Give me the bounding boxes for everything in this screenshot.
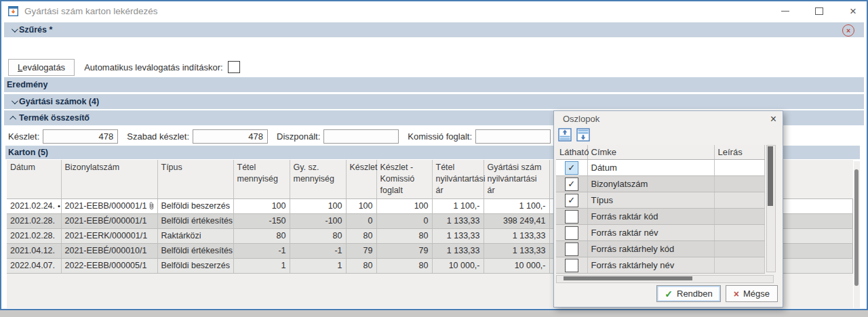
close-button[interactable]: × [846, 4, 860, 19]
scrollbar-thumb[interactable] [854, 169, 859, 286]
description-cell[interactable] [714, 160, 764, 176]
item-qty-cell[interactable]: 80 [233, 228, 290, 243]
ellipsis-icon[interactable]: ••• [58, 202, 61, 210]
column-header[interactable]: Készlet [346, 160, 376, 198]
visible-cell[interactable] [556, 241, 587, 257]
description-cell[interactable] [714, 257, 764, 274]
commission-input[interactable] [475, 129, 551, 144]
date-cell[interactable]: 2021.04.12. [7, 243, 61, 258]
checkbox-unchecked-icon[interactable] [565, 259, 578, 272]
checkbox-checked-icon[interactable]: ✓ [565, 177, 578, 191]
visible-column-header[interactable]: Látható [556, 145, 587, 160]
visible-cell[interactable] [556, 209, 587, 225]
serial-book-price-cell[interactable]: 1 133,33 [484, 243, 549, 258]
column-header[interactable]: Típus [157, 160, 233, 198]
document-number-cell[interactable]: 2021-EERK/000001/1 [61, 228, 157, 243]
columns-list-row[interactable]: ✓Típus [556, 192, 764, 209]
type-cell[interactable]: Belföldi beszerzés [157, 198, 233, 213]
type-cell[interactable]: Belföldi értékesítés [157, 243, 233, 258]
serial-qty-cell[interactable]: -1 [290, 243, 346, 258]
type-cell[interactable]: Belföldi beszerzés [157, 258, 233, 273]
date-cell[interactable]: 2021.02.24.••• [7, 198, 61, 213]
table-vertical-scrollbar[interactable] [854, 161, 860, 308]
item-qty-cell[interactable]: -1 [233, 243, 290, 258]
stock-cell[interactable]: 79 [346, 243, 376, 258]
visible-cell[interactable]: ✓ [556, 192, 587, 209]
serial-book-price-cell[interactable]: 398 249,41 [484, 213, 549, 228]
caption-cell[interactable]: Forrás raktár név [587, 225, 714, 241]
column-header[interactable]: Bizonylatszám [61, 160, 157, 198]
item-book-price-cell[interactable]: 1 133,33 [432, 213, 484, 228]
column-header[interactable]: Gy. sz. mennyiség [290, 160, 346, 198]
scrollbar-thumb[interactable] [768, 146, 773, 206]
column-header[interactable]: Gyártási szám nyilvántartási ár [484, 160, 549, 198]
stock-minus-commission-cell[interactable]: 0 [376, 213, 432, 228]
visible-cell[interactable] [556, 257, 587, 274]
columns-list-vertical-scrollbar[interactable] [766, 145, 776, 272]
item-book-price-cell[interactable]: 1 100,- [432, 198, 484, 213]
disposed-input[interactable] [323, 129, 399, 144]
cancel-button[interactable]: × Mégse [726, 285, 778, 302]
stock-minus-commission-cell[interactable]: 80 [376, 228, 432, 243]
column-header[interactable]: Tétel mennyiség [233, 160, 290, 198]
stock-cell[interactable]: 80 [346, 258, 376, 273]
visible-cell[interactable] [556, 225, 587, 241]
move-column-up-icon[interactable] [557, 127, 572, 142]
auto-select-checkbox[interactable] [228, 61, 240, 73]
serial-qty-cell[interactable]: -100 [290, 213, 346, 228]
serial-book-price-cell[interactable]: 1 133,33 [484, 228, 549, 243]
stock-minus-commission-cell[interactable]: 100 [376, 198, 432, 213]
move-column-down-icon[interactable] [576, 127, 591, 142]
stock-minus-commission-cell[interactable]: 80 [376, 258, 432, 273]
description-cell[interactable] [714, 241, 764, 257]
checkbox-checked-icon[interactable]: ✓ [565, 194, 578, 207]
visible-cell[interactable]: ✓ [556, 160, 587, 176]
caption-cell[interactable]: Forrás raktárhely kód [587, 241, 714, 257]
item-book-price-cell[interactable]: 1 133,33 [432, 228, 484, 243]
description-column-header[interactable]: Leírás [714, 145, 764, 160]
maximize-button[interactable] [812, 4, 826, 19]
checkbox-unchecked-icon[interactable] [565, 226, 578, 240]
serial-qty-cell[interactable]: 100 [290, 198, 346, 213]
columns-list-row[interactable]: Forrás raktárhely név [556, 257, 764, 274]
stock-minus-commission-cell[interactable]: 79 [376, 243, 432, 258]
item-book-price-cell[interactable]: 10 000,- [432, 258, 484, 273]
item-qty-cell[interactable]: 100 [233, 198, 290, 213]
serial-qty-cell[interactable]: 80 [290, 228, 346, 243]
filter-section-header[interactable]: Szűrés * × [4, 22, 864, 37]
serials-section-header[interactable]: Gyártási számok (4) [4, 94, 864, 109]
free-stock-input[interactable] [193, 129, 268, 144]
stock-input[interactable] [43, 129, 118, 144]
ok-button[interactable]: ✓ Rendben [656, 285, 721, 302]
document-number-cell[interactable]: 2022-EEBB/000005/1 [61, 258, 157, 273]
column-header[interactable]: Készlet - Komissió foglalt [376, 160, 432, 198]
type-cell[interactable]: Belföldi értékesítés [157, 213, 233, 228]
item-qty-cell[interactable]: 1 [233, 258, 290, 273]
columns-list-row[interactable]: Forrás raktárhely kód [556, 241, 764, 257]
description-cell[interactable] [714, 225, 764, 241]
result-section-header[interactable]: Eredmény [4, 77, 864, 92]
caption-cell[interactable]: Típus [587, 192, 714, 209]
document-number-cell[interactable]: 2021-EEBÉ/000010/1 [61, 243, 157, 258]
stock-cell[interactable]: 80 [346, 228, 376, 243]
columns-list-row[interactable]: Forrás raktár név [556, 225, 764, 241]
column-header[interactable]: Tétel nyilvántartási ár [432, 160, 484, 198]
visible-cell[interactable]: ✓ [556, 176, 587, 192]
stock-cell[interactable]: 0 [346, 213, 376, 228]
scrollbar-thumb[interactable] [564, 276, 692, 280]
item-book-price-cell[interactable]: 1 133,33 [432, 243, 484, 258]
date-cell[interactable]: 2022.04.07. [7, 258, 61, 273]
caption-cell[interactable]: Forrás raktár kód [587, 209, 714, 225]
description-cell[interactable] [714, 176, 764, 192]
paperclip-icon[interactable] [146, 201, 155, 211]
stock-cell[interactable]: 100 [346, 198, 376, 213]
document-number-cell[interactable]: 2021-EEBB/000001/1 [61, 198, 157, 213]
columns-list-horizontal-scrollbar[interactable] [556, 275, 774, 283]
columns-dialog-close-button[interactable]: × [770, 112, 776, 125]
minimize-button[interactable] [778, 4, 792, 19]
item-qty-cell[interactable]: -150 [233, 213, 290, 228]
levalogatas-button[interactable]: Leválogatás [8, 59, 75, 76]
columns-list-row[interactable]: Forrás raktár kód [556, 209, 764, 225]
date-cell[interactable]: 2021.02.28. [7, 213, 61, 228]
caption-cell[interactable]: Dátum [587, 160, 714, 176]
